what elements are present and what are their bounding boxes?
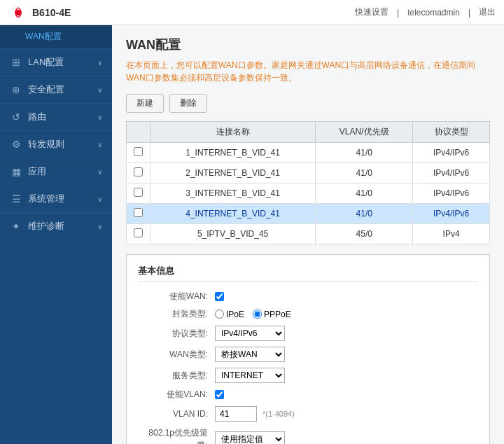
wan-type-select[interactable]: 桥接WAN (215, 347, 285, 362)
row-name: 1_INTERNET_B_VID_41 (150, 143, 316, 163)
encap-pppoe-label[interactable]: PPPoE (253, 310, 291, 319)
brand-name: B610-4E (32, 7, 71, 18)
table-row[interactable]: 4_INTERNET_B_VID_41 41/0 IPv4/IPv6 (127, 204, 490, 224)
row-checkbox-cell[interactable] (127, 143, 150, 163)
row-protocol: IPv4/IPv6 (413, 163, 490, 183)
row-checkbox-cell[interactable] (127, 163, 150, 183)
row-vlan: 41/0 (316, 163, 413, 183)
row-checkbox-cell[interactable] (127, 224, 150, 244)
vlan-id-hint: *(1-4094) (262, 410, 295, 418)
sec-chevron: ∨ (97, 86, 102, 94)
table-row[interactable]: 5_IPTV_B_VID_45 45/0 IPv4 (127, 224, 490, 244)
sidebar-fwd-area: ⚙ 转发规则 (10, 138, 64, 151)
vlan-id-row: VLAN ID: *(1-4094) (138, 406, 478, 422)
enable-wan-control (215, 292, 224, 301)
qos-policy-label: 802.1p优先级策略: (138, 427, 215, 444)
basic-info-section: 基本信息 使能WAN: 封装类型: IPoE PPP (126, 254, 490, 444)
row-checkbox-cell[interactable] (127, 204, 150, 224)
enable-wan-checkbox[interactable] (215, 292, 224, 301)
encap-ipoe-label[interactable]: IPoE (215, 310, 244, 319)
wan-type-row: WAN类型: 桥接WAN (138, 347, 478, 362)
sidebar-item-lan[interactable]: ⊞ LAN配置 ∨ (0, 49, 112, 76)
divider: | (397, 8, 399, 18)
col-vlan: VLAN/优先级 (316, 122, 413, 143)
lan-icon: ⊞ (10, 56, 22, 69)
sidebar-apps-area: ▦ 应用 (10, 165, 46, 178)
enable-wan-label: 使能WAN: (138, 291, 215, 303)
sidebar-item-wan[interactable]: WAN配置 (0, 25, 112, 49)
sidebar-item-diag[interactable]: ✦ 维护诊断 ∨ (0, 213, 112, 240)
admin-name: telecomadmin (407, 8, 460, 18)
sidebar-sysmanage-label: 系统管理 (28, 193, 64, 205)
enable-wan-row: 使能WAN: (138, 291, 478, 303)
row-checkbox[interactable] (134, 167, 143, 176)
top-bar: B610-4E 快速设置 | telecomadmin | 退出 (0, 0, 504, 25)
section-title: 基本信息 (138, 265, 478, 282)
sidebar-sys-area: ☰ 系统管理 (10, 193, 64, 205)
diag-chevron: ∨ (97, 223, 102, 230)
row-name: 5_IPTV_B_VID_45 (150, 224, 316, 244)
sidebar-item-apps[interactable]: ▦ 应用 ∨ (0, 158, 112, 186)
encap-ipoe-text: IPoE (226, 310, 244, 319)
diag-icon: ✦ (10, 220, 22, 233)
content-area: WAN配置 在本页面上，您可以配置WAN口参数。家庭网关通过WAN口与高层网络设… (112, 25, 504, 444)
table-row[interactable]: 1_INTERNET_B_VID_41 41/0 IPv4/IPv6 (127, 143, 490, 163)
table-row[interactable]: 2_INTERNET_B_VID_41 41/0 IPv4/IPv6 (127, 163, 490, 183)
page-title: WAN配置 (126, 36, 490, 53)
wan-table: 连接名称 VLAN/优先级 协议类型 1_INTERNET_B_VID_41 4… (126, 121, 490, 244)
service-type-control: INTERNET (215, 368, 285, 383)
enable-vlan-label: 使能VLAN: (138, 389, 215, 401)
service-type-row: 服务类型: INTERNET (138, 368, 478, 383)
row-checkbox-cell[interactable] (127, 183, 150, 204)
row-checkbox[interactable] (134, 188, 143, 197)
row-protocol: IPv4/IPv6 (413, 143, 490, 163)
row-vlan: 45/0 (316, 224, 413, 244)
service-type-select[interactable]: INTERNET (215, 368, 285, 383)
apps-icon: ▦ (10, 165, 22, 178)
protocol-select[interactable]: IPv4/IPv6 (215, 326, 285, 341)
sidebar-item-route[interactable]: ↺ 路由 ∨ (0, 104, 112, 131)
sidebar-diag-label: 维护诊断 (28, 220, 64, 233)
vlan-id-control: *(1-4094) (215, 406, 295, 422)
row-name: 4_INTERNET_B_VID_41 (150, 204, 316, 224)
row-vlan: 41/0 (316, 143, 413, 163)
enable-vlan-control (215, 390, 224, 399)
enable-vlan-row: 使能VLAN: (138, 389, 478, 401)
sidebar-route-area: ↺ 路由 (10, 111, 46, 123)
new-button[interactable]: 新建 (126, 94, 164, 113)
table-row[interactable]: 3_INTERNET_B_VID_41 41/0 IPv4/IPv6 (127, 183, 490, 204)
row-vlan: 41/0 (316, 183, 413, 204)
sidebar-item-security[interactable]: ⊕ 安全配置 ∨ (0, 76, 112, 104)
encap-ipoe-radio[interactable] (215, 310, 224, 319)
main-layout: WAN配置 ⊞ LAN配置 ∨ ⊕ 安全配置 ∨ ↺ 路由 ∨ ⚙ (0, 25, 504, 444)
row-protocol: IPv4/IPv6 (413, 204, 490, 224)
qos-policy-select[interactable]: 使用指定值 (215, 431, 285, 444)
page-description: 在本页面上，您可以配置WAN口参数。家庭网关通过WAN口与高层网络设备通信，在通… (126, 59, 490, 84)
sidebar-item-forward[interactable]: ⚙ 转发规则 ∨ (0, 131, 112, 158)
vlan-id-input[interactable] (215, 406, 257, 422)
sidebar: WAN配置 ⊞ LAN配置 ∨ ⊕ 安全配置 ∨ ↺ 路由 ∨ ⚙ (0, 25, 112, 444)
lan-chevron: ∨ (97, 59, 102, 67)
protocol-control: IPv4/IPv6 (215, 326, 285, 341)
delete-button[interactable]: 删除 (169, 94, 207, 113)
encap-pppoe-text: PPPoE (264, 310, 291, 319)
brand-logo: B610-4E (8, 6, 71, 20)
encap-pppoe-radio[interactable] (253, 310, 262, 319)
route-icon: ↺ (10, 111, 22, 123)
col-name: 连接名称 (150, 122, 316, 143)
divider2: | (468, 8, 470, 18)
sidebar-forward-label: 转发规则 (28, 138, 64, 151)
sidebar-diag-area: ✦ 维护诊断 (10, 220, 64, 233)
row-checkbox[interactable] (134, 208, 143, 217)
top-bar-right: 快速设置 | telecomadmin | 退出 (355, 6, 496, 18)
enable-vlan-checkbox[interactable] (215, 390, 224, 399)
quick-settings-link[interactable]: 快速设置 (355, 6, 388, 18)
logout-link[interactable]: 退出 (479, 6, 496, 18)
encap-control: IPoE PPPoE (215, 310, 291, 319)
row-checkbox[interactable] (134, 147, 143, 156)
row-name: 3_INTERNET_B_VID_41 (150, 183, 316, 204)
row-checkbox[interactable] (134, 228, 143, 237)
row-vlan: 41/0 (316, 204, 413, 224)
sidebar-item-sysmanage[interactable]: ☰ 系统管理 ∨ (0, 186, 112, 213)
col-protocol: 协议类型 (413, 122, 490, 143)
